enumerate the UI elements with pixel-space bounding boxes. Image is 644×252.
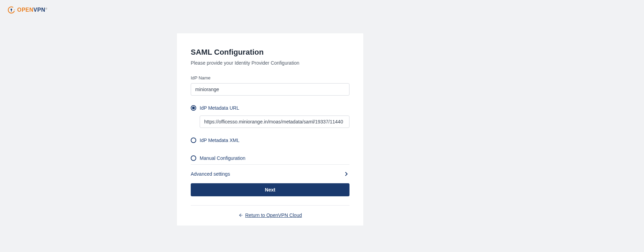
radio-label-manual: Manual Configuration [200, 155, 245, 161]
page-subtitle: Please provide your Identity Provider Co… [191, 60, 349, 66]
radio-label-metadata-url: IdP Metadata URL [200, 105, 239, 111]
advanced-settings-label: Advanced settings [191, 171, 230, 177]
return-link[interactable]: Return to OpenVPN Cloud [191, 206, 349, 218]
trademark-icon: ® [45, 7, 47, 10]
logo: OPENVPN® [8, 6, 47, 14]
radio-unselected-icon [191, 155, 196, 161]
saml-config-card: SAML Configuration Please provide your I… [177, 33, 363, 226]
logo-open: OPEN [17, 7, 33, 13]
svg-rect-2 [11, 10, 12, 12]
idp-name-input[interactable] [191, 83, 349, 96]
metadata-radio-group: IdP Metadata URL IdP Metadata XML Manual… [191, 105, 349, 161]
logo-text: OPENVPN® [17, 7, 47, 13]
radio-idp-metadata-url[interactable]: IdP Metadata URL [191, 105, 349, 111]
radio-idp-metadata-xml[interactable]: IdP Metadata XML [191, 138, 349, 143]
chevron-right-icon [343, 171, 349, 177]
logo-vpn: VPN [33, 7, 45, 13]
advanced-settings-toggle[interactable]: Advanced settings [191, 165, 349, 183]
return-link-text: Return to OpenVPN Cloud [245, 212, 302, 218]
radio-manual-configuration[interactable]: Manual Configuration [191, 155, 349, 161]
page-title: SAML Configuration [191, 48, 349, 57]
radio-unselected-icon [191, 138, 196, 143]
arrow-left-icon [238, 213, 243, 218]
metadata-url-input-wrapper [200, 116, 349, 128]
radio-label-metadata-xml: IdP Metadata XML [200, 138, 240, 143]
idp-name-label: IdP Name [191, 75, 349, 80]
next-button[interactable]: Next [191, 183, 349, 196]
openvpn-logo-icon [8, 6, 15, 14]
metadata-url-input[interactable] [200, 116, 349, 128]
radio-selected-icon [191, 105, 196, 111]
